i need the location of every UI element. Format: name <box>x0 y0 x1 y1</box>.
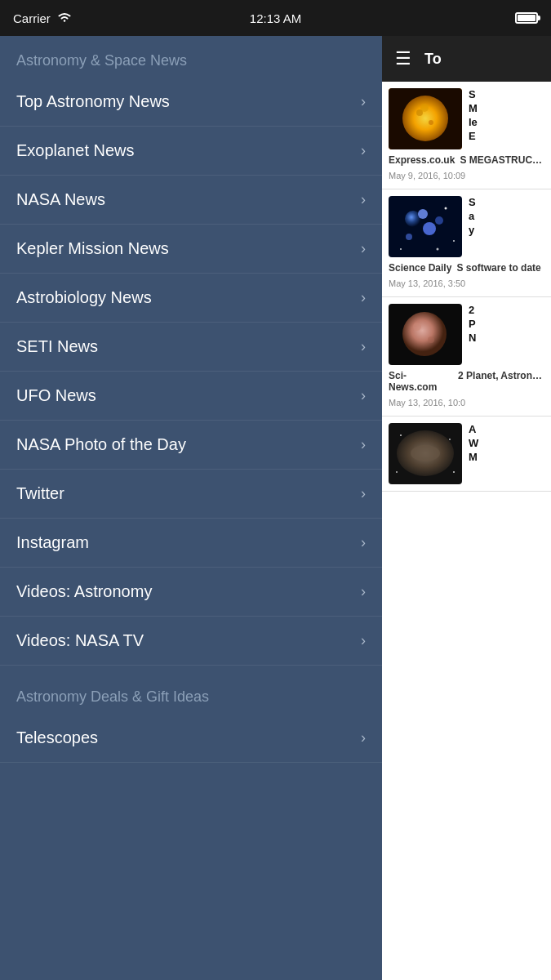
sidebar-item-label: Telescopes <box>16 728 98 747</box>
news-list: SMleE Express.co.uk S MEGASTRUCTUR May 9… <box>382 82 551 980</box>
news-thumbnail <box>389 88 462 149</box>
news-item-top: AWM <box>389 423 544 484</box>
svg-point-11 <box>445 207 447 210</box>
sidebar-item-kepler-mission-news[interactable]: Kepler Mission News › <box>0 225 382 274</box>
news-text-right: Say <box>469 196 544 257</box>
chevron-icon: › <box>361 387 366 404</box>
sidebar-item-astrobiology-news[interactable]: Astrobiology News › <box>0 274 382 323</box>
news-item[interactable]: SMleE Express.co.uk S MEGASTRUCTUR May 9… <box>382 82 551 189</box>
sidebar-item-label: Videos: Astronomy <box>16 582 152 601</box>
news-source: Sci-News.com <box>389 370 453 393</box>
sidebar-item-seti-news[interactable]: SETI News › <box>0 323 382 372</box>
svg-point-22 <box>400 434 402 436</box>
sidebar-item-nasa-news[interactable]: NASA News › <box>0 176 382 225</box>
chevron-icon: › <box>361 436 366 453</box>
sidebar-item-label: Top Astronomy News <box>16 92 170 111</box>
svg-point-13 <box>400 248 402 250</box>
chevron-icon: › <box>361 142 366 159</box>
news-thumbnail <box>389 304 462 365</box>
sidebar-item-label: Exoplanet News <box>16 141 135 160</box>
chevron-icon: › <box>361 191 366 208</box>
sidebar-item-label: Astrobiology News <box>16 288 152 307</box>
chevron-icon: › <box>361 632 366 649</box>
sidebar-item-twitter[interactable]: Twitter › <box>0 470 382 519</box>
svg-point-23 <box>449 439 451 440</box>
sidebar-item-label: NASA News <box>16 190 105 209</box>
svg-point-17 <box>413 323 421 331</box>
chevron-icon: › <box>361 485 366 502</box>
sidebar-item-instagram[interactable]: Instagram › <box>0 519 382 568</box>
news-thumbnail <box>389 423 462 484</box>
news-meta-row: Express.co.uk S MEGASTRUCTUR <box>389 153 544 169</box>
svg-point-14 <box>437 248 439 251</box>
sidebar-item-top-astronomy-news[interactable]: Top Astronomy News › <box>0 78 382 127</box>
content-header: ☰ To <box>382 36 551 82</box>
sidebar-item-label: NASA Photo of the Day <box>16 435 186 454</box>
news-date: May 13, 2016, 3:50 <box>389 277 544 293</box>
svg-point-4 <box>420 104 429 112</box>
sidebar-item-videos-astronomy[interactable]: Videos: Astronomy › <box>0 568 382 617</box>
sidebar-item-exoplanet-news[interactable]: Exoplanet News › <box>0 127 382 176</box>
news-thumbnail <box>389 196 462 257</box>
news-snippet: AWM <box>469 423 544 465</box>
content-header-title: To <box>424 51 442 68</box>
svg-point-25 <box>396 471 398 473</box>
news-meta-row: Sci-News.com 2 Planet, Astronom <box>389 368 544 396</box>
chevron-icon: › <box>361 583 366 600</box>
news-date: May 13, 2016, 10:0 <box>389 396 544 412</box>
sidebar-item-videos-nasa-tv[interactable]: Videos: NASA TV › <box>0 617 382 666</box>
news-snippet: Say <box>469 196 544 238</box>
svg-point-10 <box>406 234 412 240</box>
news-text-right: AWM <box>469 423 544 484</box>
chevron-icon: › <box>361 338 366 355</box>
main-container: Astronomy & Space News Top Astronomy New… <box>0 36 551 980</box>
svg-point-1 <box>402 96 448 141</box>
content-panel: ☰ To <box>382 36 551 980</box>
svg-point-16 <box>402 312 447 356</box>
sidebar-item-label: Twitter <box>16 484 64 503</box>
news-headline: S software to date <box>456 262 540 274</box>
news-source: Express.co.uk <box>389 154 455 166</box>
sidebar-section-title-2: Astronomy Deals & Gift Ideas <box>0 672 382 714</box>
sidebar-item-label: Kepler Mission News <box>16 239 169 258</box>
svg-point-8 <box>418 209 428 219</box>
wifi-icon <box>57 11 72 25</box>
carrier-label: Carrier <box>13 11 51 25</box>
news-item-top: Say <box>389 196 544 257</box>
news-item[interactable]: Say Science Daily S software to date May… <box>382 189 551 297</box>
sidebar-item-telescopes[interactable]: Telescopes › <box>0 714 382 763</box>
news-text-right: 2PN <box>469 304 544 365</box>
hamburger-icon[interactable]: ☰ <box>395 48 411 69</box>
svg-point-9 <box>435 216 443 225</box>
battery-bar <box>515 12 538 24</box>
news-date: May 9, 2016, 10:09 <box>389 169 544 185</box>
news-text-right: SMleE <box>469 88 544 149</box>
chevron-icon: › <box>361 240 366 257</box>
svg-point-18 <box>428 336 434 343</box>
news-snippet: 2PN <box>469 304 544 345</box>
status-time: 12:13 AM <box>250 11 301 25</box>
chevron-icon: › <box>361 93 366 110</box>
sidebar-section-title: Astronomy & Space News <box>0 36 382 78</box>
news-item[interactable]: AWM <box>382 416 551 492</box>
news-item-top: SMleE <box>389 88 544 149</box>
news-source: Science Daily <box>389 262 451 274</box>
sidebar-item-nasa-photo-day[interactable]: NASA Photo of the Day › <box>0 421 382 470</box>
svg-point-7 <box>423 222 436 235</box>
battery-fill <box>518 15 535 21</box>
news-item-top: 2PN <box>389 304 544 365</box>
chevron-icon: › <box>361 729 366 746</box>
sidebar-item-ufo-news[interactable]: UFO News › <box>0 372 382 421</box>
svg-point-21 <box>411 445 440 461</box>
status-bar: Carrier 12:13 AM <box>0 0 551 36</box>
news-snippet: SMleE <box>469 88 544 144</box>
news-item[interactable]: 2PN Sci-News.com 2 Planet, Astronom May … <box>382 297 551 416</box>
news-meta-row: Science Daily S software to date <box>389 261 544 277</box>
news-headline: 2 Planet, Astronom <box>458 370 544 393</box>
svg-point-24 <box>453 471 455 473</box>
sidebar: Astronomy & Space News Top Astronomy New… <box>0 36 382 980</box>
sidebar-item-label: Videos: NASA TV <box>16 631 144 650</box>
sidebar-item-label: SETI News <box>16 337 98 356</box>
battery-icon <box>515 12 538 24</box>
news-headline: S MEGASTRUCTUR <box>460 154 544 166</box>
